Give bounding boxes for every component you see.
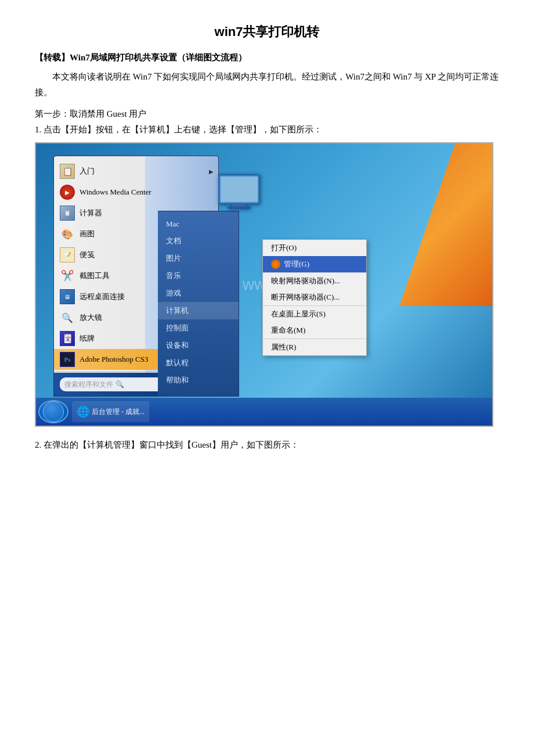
start-button[interactable] [38, 400, 68, 423]
svg-rect-3 [228, 207, 251, 209]
notebook-icon: 📋 [60, 164, 75, 179]
right-item-devices[interactable]: 设备和 [158, 337, 239, 354]
right-item-computer[interactable]: 计算机 [158, 302, 239, 319]
screenshot-1: www.bcex.com 📋 入门 ▶ ▶ Windows Media Cent… [35, 142, 493, 427]
right-item-music[interactable]: 音乐 [158, 267, 239, 285]
right-item-games[interactable]: 游戏 [158, 285, 239, 302]
taskbar-item-1[interactable]: 🌐 后台管理 - 成就... [72, 401, 149, 422]
magnify-icon: 🔍 [60, 310, 75, 325]
menu-item-wmc[interactable]: ▶ Windows Media Center [54, 182, 218, 203]
start-orb [43, 401, 64, 422]
ctx-manage[interactable]: 管理(G) [263, 256, 366, 272]
right-item-mac[interactable]: Mac [158, 216, 239, 232]
page-title: win7共享打印机转 [35, 23, 499, 41]
right-item-docs[interactable]: 文档 [158, 232, 239, 250]
taskbar-icon-ie: 🌐 [77, 405, 89, 418]
ctx-rename[interactable]: 重命名(M) [263, 322, 366, 339]
intro-text: 本文将向读者说明在 Win7 下如何实现同个局域网内共享打印机。经过测试，Win… [35, 69, 499, 100]
svg-rect-1 [221, 177, 258, 202]
menu-item-intro[interactable]: 📋 入门 ▶ [54, 161, 218, 182]
ctx-map-drive[interactable]: 映射网络驱动器(N)... [263, 272, 366, 289]
solitaire-icon: 🃏 [60, 331, 75, 346]
start-menu-right: Mac 文档 图片 音乐 游戏 计算机 控制面 设备和 默认程 帮助和 [158, 211, 239, 397]
rdp-icon: 🖥 [60, 289, 75, 304]
scissors-icon: ✂️ [60, 268, 75, 283]
arrow-icon: ▶ [209, 168, 214, 175]
calc-icon: 🖩 [60, 206, 75, 221]
right-item-defaults[interactable]: 默认程 [158, 354, 239, 372]
ctx-show-desktop[interactable]: 在桌面上显示(S) [263, 305, 366, 322]
wmc-icon: ▶ [60, 185, 75, 200]
sticky-icon: 📝 [60, 247, 75, 262]
context-menu: 打开(O) 管理(G) 映射网络驱动器(N)... 断开网络驱动器(C)... … [262, 239, 367, 356]
gear-icon [271, 260, 280, 269]
step2-sub: 2. 在弹出的【计算机管理】窗口中找到【Guest】用户，如下图所示： [35, 437, 499, 453]
search-icon: 🔍 [116, 380, 124, 389]
ctx-properties[interactable]: 属性(R) [263, 339, 366, 355]
paint-icon: 🎨 [60, 226, 75, 242]
ps-icon: Ps [60, 352, 75, 367]
monitor-icon [216, 174, 262, 217]
taskbar: 🌐 后台管理 - 成就... [36, 398, 492, 426]
step1-sub: 1. 点击【开始】按钮，在【计算机】上右键，选择【管理】，如下图所示： [35, 124, 499, 135]
right-item-pics[interactable]: 图片 [158, 250, 239, 267]
step1-title: 第一步：取消禁用 Guest 用户 [35, 109, 499, 120]
ctx-disconnect-drive[interactable]: 断开网络驱动器(C)... [263, 289, 366, 305]
right-item-control[interactable]: 控制面 [158, 319, 239, 337]
right-item-help[interactable]: 帮助和 [158, 372, 239, 389]
intro-bold: 【转载】Win7局域网打印机共享设置（详细图文流程） [35, 52, 499, 63]
ctx-open[interactable]: 打开(O) [263, 240, 366, 256]
